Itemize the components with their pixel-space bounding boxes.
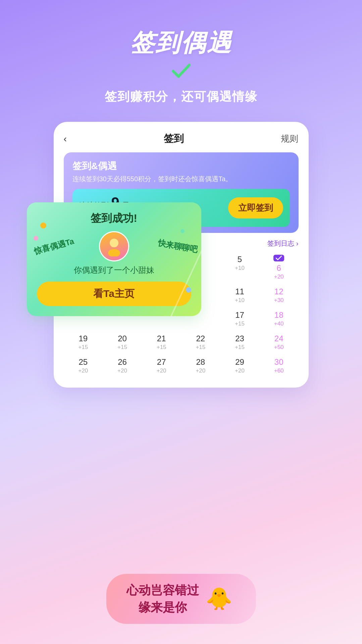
cal-cell-29: 29 +20 (220, 354, 259, 378)
cal-day: 6 (261, 263, 297, 273)
cal-day: 12 (261, 287, 297, 296)
svg-point-0 (110, 239, 118, 247)
cal-day: 21 (143, 334, 180, 343)
duck-icon: 🐥 (206, 586, 232, 611)
cal-cell-23: 23 +15 (220, 331, 259, 354)
cal-cell-26: 26 +20 (103, 354, 142, 378)
dot-blue (186, 287, 191, 293)
cal-cell-28: 28 +20 (181, 354, 220, 378)
cal-day: 11 (221, 287, 258, 296)
cal-cell-25: 25 +20 (64, 354, 103, 378)
cal-cell-18: 18 +40 (259, 307, 299, 331)
cal-points: +40 (261, 320, 297, 327)
cal-points: +15 (143, 344, 180, 351)
main-title: 签到偶遇 (130, 27, 232, 59)
cal-points: +20 (143, 367, 180, 374)
cal-day: 30 (261, 357, 297, 367)
cal-cell-19: 19 +15 (64, 331, 103, 354)
cal-points: +15 (221, 344, 258, 351)
cal-points: +20 (261, 274, 297, 280)
top-section: 签到偶遇 签到赚积分，还可偶遇情缘 (0, 0, 362, 105)
bottom-text-card: 心动岂容错过 缘来是你 🐥 (106, 574, 256, 624)
avatar-inner (100, 232, 128, 260)
cal-cell-22: 22 +15 (181, 331, 220, 354)
popup-title: 签到成功! (37, 211, 191, 226)
svg-point-1 (108, 249, 120, 256)
cal-cell-12: 12 +30 (259, 284, 299, 307)
cal-points: +20 (221, 367, 258, 374)
cal-day: 23 (221, 334, 258, 343)
cal-cell-30: 30 +60 (259, 354, 299, 378)
cal-points: +15 (65, 344, 102, 351)
cal-day: 29 (221, 357, 258, 367)
cal-points: +20 (65, 367, 102, 374)
cal-day: 26 (104, 357, 141, 367)
cal-points: +60 (261, 367, 297, 374)
cal-day: 5 (221, 255, 258, 264)
bottom-line1: 心动岂容错过 (126, 582, 199, 599)
cal-cell-6: 6 +20 (259, 251, 299, 284)
back-button[interactable]: ‹ (64, 134, 67, 144)
cal-points: +10 (221, 297, 258, 304)
cal-cell-11: 11 +10 (220, 284, 259, 307)
cal-day: 20 (104, 334, 141, 343)
banner-title: 签到&偶遇 (72, 160, 290, 172)
calendar-log-link[interactable]: 签到日志 › (267, 239, 298, 248)
cal-cell-17: 17 +15 (220, 307, 259, 331)
cal-day: 28 (182, 357, 219, 367)
cal-cell-27: 27 +20 (142, 354, 181, 378)
cal-day: 17 (221, 310, 258, 320)
cal-day: 25 (65, 357, 102, 367)
cal-day: 18 (261, 310, 297, 320)
phone-card: ‹ 签到 规则 签到&偶遇 连续签到30天必得550积分，签到时还会惊喜偶遇Ta… (54, 122, 309, 388)
check-badge (273, 255, 284, 261)
bottom-text-content: 心动岂容错过 缘来是你 (126, 582, 199, 616)
popup-desc: 你偶遇到了一个小甜妹 (37, 265, 191, 276)
cal-day: 22 (182, 334, 219, 343)
view-profile-button[interactable]: 看Ta主页 (37, 282, 191, 306)
sign-button[interactable]: 立即签到 (228, 197, 283, 218)
cal-cell-20: 20 +15 (103, 331, 142, 354)
rule-link[interactable]: 规则 (281, 133, 298, 145)
avatar (99, 231, 129, 261)
bottom-line2: 缘来是你 (139, 599, 187, 616)
cal-points: +50 (261, 344, 297, 351)
cal-cell-24: 24 +50 (259, 331, 299, 354)
banner-desc: 连续签到30天必得550积分，签到时还会惊喜偶遇Ta。 (72, 175, 290, 184)
popup-body: 惊喜偶遇Ta 快来聊聊吧 (37, 231, 191, 261)
inner-nav: ‹ 签到 规则 (64, 132, 299, 146)
nav-title: 签到 (164, 132, 184, 146)
cal-points: +20 (104, 367, 141, 374)
cal-day: 24 (261, 334, 297, 343)
cal-cell-5: 5 +10 (220, 251, 259, 284)
cal-day: 19 (65, 334, 102, 343)
success-popup: 签到成功! 惊喜偶遇Ta 快来聊聊吧 你偶遇到了一个小甜妹 看Ta主页 (27, 202, 201, 316)
cal-points: +20 (182, 367, 219, 374)
cal-points: +30 (261, 297, 297, 304)
cal-day: 27 (143, 357, 180, 367)
check-icon (171, 62, 191, 79)
cal-points: +15 (221, 320, 258, 327)
cal-cell-21: 21 +15 (142, 331, 181, 354)
cal-points: +15 (104, 344, 141, 351)
subtitle: 签到赚积分，还可偶遇情缘 (105, 89, 258, 105)
cal-points: +10 (221, 265, 258, 271)
cal-points: +15 (182, 344, 219, 351)
dot-yellow (40, 222, 46, 229)
